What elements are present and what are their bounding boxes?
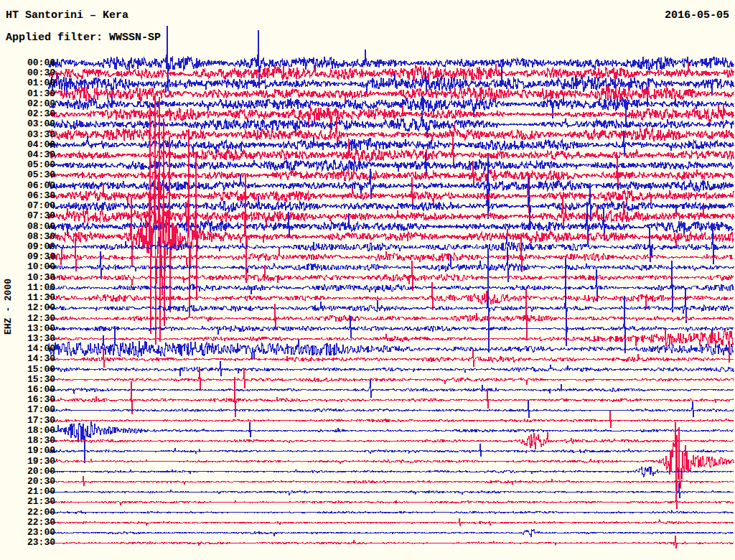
trace-row-1830 xyxy=(49,432,734,449)
trace-row-0100 xyxy=(49,67,734,105)
trace-row-0130 xyxy=(49,85,734,103)
time-label: 06:30 xyxy=(0,191,55,201)
trace-row-2330 xyxy=(49,536,734,549)
time-label: 01:00 xyxy=(0,78,55,88)
time-label: 20:00 xyxy=(0,467,55,477)
time-label: 01:30 xyxy=(0,89,55,99)
time-label: 04:30 xyxy=(0,150,55,160)
trace-row-1400 xyxy=(49,326,734,360)
time-label: 11:30 xyxy=(0,293,55,303)
time-label: 21:30 xyxy=(0,497,55,507)
time-label: 22:30 xyxy=(0,518,55,528)
time-label: 11:00 xyxy=(0,283,55,293)
trace-row-1930 xyxy=(49,422,734,491)
trace-row-1630 xyxy=(49,377,734,417)
time-label: 15:30 xyxy=(0,375,55,385)
trace-row-2130 xyxy=(49,494,734,509)
time-label: 12:00 xyxy=(0,303,55,313)
time-label: 15:00 xyxy=(0,365,55,375)
trace-row-1500 xyxy=(49,361,734,376)
trace-row-2000 xyxy=(49,467,734,477)
time-label: 09:00 xyxy=(0,242,55,252)
time-label: 17:30 xyxy=(0,416,55,426)
trace-row-0430 xyxy=(49,138,734,168)
time-label: 16:30 xyxy=(0,395,55,405)
time-label: 13:00 xyxy=(0,324,55,334)
trace-row-1730 xyxy=(49,411,734,429)
trace-row-1430 xyxy=(49,347,734,368)
time-label: 05:00 xyxy=(0,160,55,170)
time-label: 02:30 xyxy=(0,109,55,119)
time-label: 13:30 xyxy=(0,334,55,344)
date-label: 2016-05-05 xyxy=(665,9,729,22)
time-label: 17:00 xyxy=(0,405,55,415)
time-label: 08:30 xyxy=(0,232,55,242)
trace-row-1900 xyxy=(49,444,734,457)
time-label: 22:00 xyxy=(0,508,55,518)
time-label: 00:30 xyxy=(0,68,55,78)
time-label: 07:30 xyxy=(0,211,55,221)
time-label: 18:00 xyxy=(0,426,55,436)
time-label: 08:00 xyxy=(0,222,55,232)
trace-row-2100 xyxy=(49,483,734,498)
time-label: 12:30 xyxy=(0,314,55,324)
page-title: HT Santorini – Kera xyxy=(6,9,128,22)
time-label: 18:30 xyxy=(0,436,55,446)
seismogram-traces xyxy=(0,0,735,560)
time-label: 19:30 xyxy=(0,457,55,467)
time-label: 23:30 xyxy=(0,538,55,548)
time-label: 07:00 xyxy=(0,201,55,211)
time-label: 10:30 xyxy=(0,273,55,283)
time-label: 14:30 xyxy=(0,354,55,364)
trace-row-1700 xyxy=(49,401,734,419)
trace-row-2200 xyxy=(49,510,734,514)
trace-row-2030 xyxy=(49,466,734,494)
time-label: 05:30 xyxy=(0,170,55,180)
time-label: 19:00 xyxy=(0,446,55,456)
trace-row-2230 xyxy=(49,518,734,526)
trace-row-1600 xyxy=(49,380,734,398)
trace-row-0230 xyxy=(49,104,734,132)
heliplot-page: { "header": { "title": "HT Santorini – K… xyxy=(0,0,735,560)
time-label: 20:30 xyxy=(0,477,55,487)
time-label: 04:00 xyxy=(0,140,55,150)
time-label: 03:30 xyxy=(0,130,55,140)
time-label: 02:00 xyxy=(0,99,55,109)
time-label: 21:00 xyxy=(0,487,55,497)
trace-row-0730 xyxy=(49,199,734,229)
time-label: 14:00 xyxy=(0,344,55,354)
time-label: 10:00 xyxy=(0,262,55,272)
trace-row-2300 xyxy=(49,529,734,537)
time-label: 23:00 xyxy=(0,528,55,538)
time-label: 16:00 xyxy=(0,385,55,395)
time-label: 00:00 xyxy=(0,58,55,68)
time-label: 06:00 xyxy=(0,181,55,191)
time-label: 09:30 xyxy=(0,252,55,262)
time-label: 03:00 xyxy=(0,119,55,129)
applied-filter-label: Applied filter: WWSSN-SP xyxy=(6,32,161,44)
